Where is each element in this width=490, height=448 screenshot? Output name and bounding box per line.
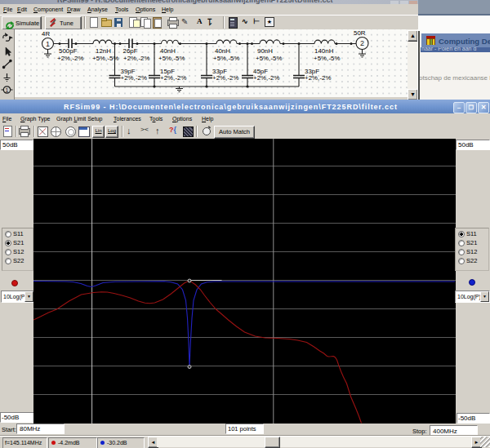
svg-text:4R: 4R [42, 30, 50, 38]
svg-text:2: 2 [360, 39, 364, 47]
svg-text:+5%,-5%: +5%,-5% [256, 55, 283, 62]
svg-text:+2%,-2%: +2%,-2% [57, 55, 84, 62]
svg-text:+2%,-2%: +2%,-2% [160, 74, 187, 82]
svg-text:+5%,-5%: +5%,-5% [92, 55, 119, 62]
svg-text:+2%,-2%: +2%,-2% [305, 74, 332, 82]
svg-text:1: 1 [46, 40, 50, 48]
svg-text:+2%,-2%: +2%,-2% [123, 55, 150, 62]
svg-text:50R: 50R [354, 29, 366, 37]
svg-text:+2%,-2%: +2%,-2% [212, 74, 239, 82]
svg-text:+5%,-5%: +5%,-5% [213, 55, 240, 62]
svg-text:+5%,-5%: +5%,-5% [158, 55, 185, 62]
svg-text:+2%,-2%: +2%,-2% [253, 74, 280, 82]
svg-text:+2%,-2%: +2%,-2% [121, 74, 148, 82]
svg-text:+5%,-5%: +5%,-5% [314, 55, 341, 62]
